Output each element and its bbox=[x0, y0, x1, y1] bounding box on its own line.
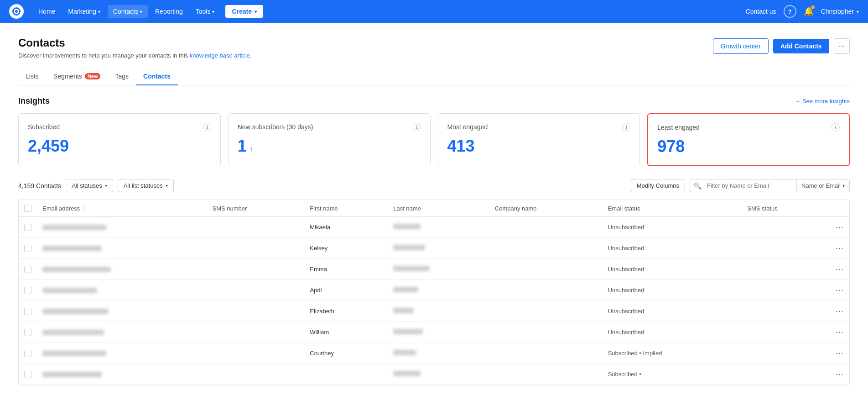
row-firstname: Kelsey bbox=[304, 238, 388, 259]
info-icon[interactable]: ℹ bbox=[413, 123, 421, 131]
row-sms bbox=[207, 238, 305, 259]
row-checkbox[interactable] bbox=[19, 217, 37, 238]
filter-bar: 4,159 Contacts All statuses ▾ All list s… bbox=[18, 179, 850, 192]
row-checkbox[interactable] bbox=[19, 280, 37, 301]
select-all-checkbox-header[interactable] bbox=[19, 200, 37, 217]
row-email-status: Subscribed • Implied bbox=[603, 343, 742, 364]
modify-columns-button[interactable]: Modify Columns bbox=[631, 179, 685, 192]
status-filter[interactable]: All statuses ▾ bbox=[66, 179, 113, 192]
row-actions[interactable]: ··· bbox=[830, 238, 849, 259]
navbar: Home Marketing ▾ Contacts ▾ Reporting To… bbox=[0, 0, 868, 23]
row-actions[interactable]: ··· bbox=[830, 280, 849, 301]
logo[interactable] bbox=[9, 4, 24, 19]
row-lastname bbox=[388, 259, 489, 280]
col-sms-status: SMS status bbox=[742, 200, 830, 217]
row-lastname bbox=[388, 238, 489, 259]
row-email-status: Unsubscribed bbox=[603, 217, 742, 238]
search-input[interactable] bbox=[705, 179, 796, 192]
nav-item-reporting[interactable]: Reporting bbox=[150, 5, 188, 18]
row-company bbox=[489, 238, 603, 259]
row-sms-status bbox=[742, 259, 830, 280]
page-subtitle: Discover improvements to help you manage… bbox=[18, 52, 252, 59]
row-sms-status bbox=[742, 343, 830, 364]
row-lastname bbox=[388, 343, 489, 364]
row-email-status: Unsubscribed bbox=[603, 280, 742, 301]
row-checkbox[interactable] bbox=[19, 301, 37, 322]
row-sms bbox=[207, 364, 305, 385]
tab-tags[interactable]: Tags bbox=[108, 68, 136, 85]
page-header-left: Contacts Discover improvements to help y… bbox=[18, 37, 252, 59]
help-icon-button[interactable]: ? bbox=[784, 5, 796, 18]
row-checkbox[interactable] bbox=[19, 238, 37, 259]
info-icon[interactable]: ℹ bbox=[622, 123, 630, 131]
insights-title: Insights bbox=[18, 96, 50, 106]
row-sms bbox=[207, 259, 305, 280]
row-firstname bbox=[304, 364, 388, 385]
row-actions[interactable]: ··· bbox=[830, 301, 849, 322]
row-lastname bbox=[388, 217, 489, 238]
table-row: William Unsubscribed ··· bbox=[19, 322, 849, 343]
nav-item-marketing[interactable]: Marketing ▾ bbox=[62, 5, 105, 18]
row-checkbox[interactable] bbox=[19, 364, 37, 385]
nav-item-home[interactable]: Home bbox=[33, 5, 61, 18]
notifications-button[interactable]: 🔔 bbox=[804, 6, 814, 16]
nav-item-tools[interactable]: Tools ▾ bbox=[190, 5, 220, 18]
row-sms bbox=[207, 280, 305, 301]
row-firstname: April bbox=[304, 280, 388, 301]
col-email[interactable]: Email address ↑ bbox=[37, 200, 207, 217]
card-value-most-engaged: 413 bbox=[447, 137, 631, 156]
chevron-down-icon: ▾ bbox=[105, 183, 107, 188]
search-filter-dropdown[interactable]: Name or Email ▾ bbox=[796, 179, 849, 192]
notification-dot bbox=[811, 5, 815, 9]
tab-segments[interactable]: Segments New bbox=[46, 68, 108, 85]
row-email bbox=[37, 322, 207, 343]
col-lastname: Last name bbox=[388, 200, 489, 217]
nav-right: Contact us ? 🔔 Christopher ▾ bbox=[746, 5, 859, 18]
row-sms-status bbox=[742, 301, 830, 322]
row-checkbox[interactable] bbox=[19, 322, 37, 343]
row-sms bbox=[207, 301, 305, 322]
row-sms-status bbox=[742, 364, 830, 385]
more-actions-button[interactable]: ··· bbox=[834, 38, 850, 54]
row-sms bbox=[207, 322, 305, 343]
row-actions[interactable]: ··· bbox=[830, 259, 849, 280]
add-contacts-button[interactable]: Add Contacts bbox=[773, 39, 829, 53]
contacts-count: 4,159 Contacts bbox=[18, 182, 61, 190]
header-actions: Growth center Add Contacts ··· bbox=[713, 38, 850, 54]
chevron-down-icon: ▾ bbox=[842, 183, 845, 188]
chevron-down-icon: ▾ bbox=[857, 9, 859, 14]
row-company bbox=[489, 217, 603, 238]
create-button[interactable]: Create ▾ bbox=[225, 5, 263, 18]
tab-lists[interactable]: Lists bbox=[18, 68, 46, 85]
info-icon[interactable]: ℹ bbox=[203, 123, 211, 131]
row-email-status: Unsubscribed bbox=[603, 301, 742, 322]
row-sms bbox=[207, 343, 305, 364]
row-actions[interactable]: ··· bbox=[830, 217, 849, 238]
row-actions[interactable]: ··· bbox=[830, 364, 849, 385]
growth-center-button[interactable]: Growth center bbox=[713, 38, 769, 54]
col-email-status: Email status bbox=[603, 200, 742, 217]
row-email-status: Unsubscribed bbox=[603, 238, 742, 259]
user-menu[interactable]: Christopher ▾ bbox=[821, 8, 859, 15]
info-icon[interactable]: ℹ bbox=[832, 123, 840, 132]
knowledge-base-link[interactable]: knowledge base article. bbox=[190, 52, 252, 59]
nav-item-contacts[interactable]: Contacts ▾ bbox=[108, 5, 148, 18]
tab-contacts[interactable]: Contacts bbox=[136, 68, 178, 85]
insight-card-new-subscribers: New subscribers (30 days) ℹ 1 ↑ bbox=[228, 113, 431, 166]
insights-cards: Subscribed ℹ 2,459 New subscribers (30 d… bbox=[18, 113, 850, 166]
row-email bbox=[37, 259, 207, 280]
see-more-insights-link[interactable]: → See more insights bbox=[795, 98, 850, 105]
up-arrow-icon: ↑ bbox=[249, 145, 253, 153]
row-company bbox=[489, 280, 603, 301]
row-checkbox[interactable] bbox=[19, 343, 37, 364]
card-label-most-engaged: Most engaged bbox=[447, 123, 488, 131]
row-company bbox=[489, 343, 603, 364]
row-actions[interactable]: ··· bbox=[830, 343, 849, 364]
contact-us-link[interactable]: Contact us bbox=[746, 8, 776, 15]
table-row: Kelsey Unsubscribed ··· bbox=[19, 238, 849, 259]
list-status-filter[interactable]: All list statuses ▾ bbox=[118, 179, 174, 192]
new-badge: New bbox=[85, 73, 101, 79]
row-actions[interactable]: ··· bbox=[830, 322, 849, 343]
row-firstname: Emma bbox=[304, 259, 388, 280]
row-checkbox[interactable] bbox=[19, 259, 37, 280]
